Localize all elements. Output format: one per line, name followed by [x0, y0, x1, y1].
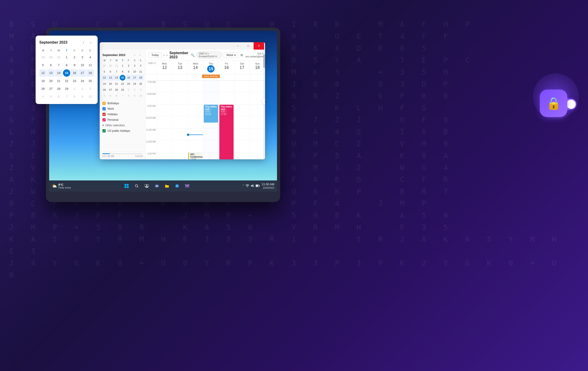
taskbar-right: ˄ [240, 182, 277, 190]
popup-month-title: September 2023 [39, 41, 68, 44]
next-week-button[interactable]: › [167, 52, 168, 58]
scrollbar[interactable] [263, 50, 265, 159]
mini-cal-prev[interactable]: ‹ [132, 52, 137, 57]
user-email: eric.norbert@proton.me [246, 55, 265, 58]
current-date: 15/09/2023 [262, 186, 274, 190]
svg-point-11 [175, 184, 179, 188]
wifi-icon[interactable] [246, 184, 249, 188]
mail-taskbar-icon[interactable] [183, 181, 192, 191]
mini-cal-title: September 2023 [103, 53, 126, 57]
popup-header: September 2023 ‹ › [39, 39, 94, 46]
storage-available: 6.0.0 B [135, 155, 143, 157]
files-taskbar-icon[interactable] [162, 181, 172, 191]
work-checkbox[interactable] [103, 107, 106, 110]
org-status-event-fri[interactable]: Org status upd... 9:00 – 17:00 [219, 105, 234, 159]
calendar-list: Birthdays Work [100, 99, 145, 151]
julias-birthday-event[interactable]: Julias Birthday [202, 75, 220, 78]
calendar-item-hobbies[interactable]: Hobbies [100, 112, 145, 117]
all-day-thu[interactable]: Julias Birthday [201, 74, 220, 80]
taskbar-center [74, 181, 240, 191]
day-header-tue[interactable]: Tue 13 [172, 61, 188, 74]
hci-conference-event[interactable]: HCI Conference 13:00 – 16:00 [188, 153, 203, 159]
window-titlebar: − □ ✕ [100, 42, 265, 50]
day-header-mon[interactable]: Mon 12 [157, 61, 172, 74]
svg-rect-2 [125, 186, 126, 188]
day-header-sun[interactable]: Sun 18 [250, 61, 265, 74]
start-button[interactable] [122, 181, 131, 191]
scroll-thumb[interactable] [263, 54, 265, 68]
close-button[interactable]: ✕ [253, 42, 264, 50]
weather-temperature: 8°C [58, 183, 71, 186]
us-holidays-label: US public holidays [107, 129, 130, 133]
battery-icon[interactable] [256, 184, 260, 188]
all-day-wed [187, 74, 201, 80]
maximize-button[interactable]: □ [243, 42, 253, 50]
svg-rect-5 [145, 184, 147, 186]
volume-icon[interactable] [251, 184, 254, 188]
weather-description: Partly sunny [58, 186, 71, 189]
all-day-sat [235, 74, 250, 80]
popup-prev-month[interactable]: ‹ [80, 39, 87, 46]
all-day-sun [250, 74, 265, 80]
mini-cal-days: 29 30 31 1 2 3 4 5 6 7 8 [102, 63, 144, 99]
calendar-item-us-holidays[interactable]: US public holidays [100, 128, 145, 134]
svg-rect-7 [145, 187, 148, 187]
all-day-fri [220, 74, 235, 80]
day-header-thu[interactable]: Thu 15 [203, 61, 219, 74]
day-header-wed[interactable]: Wed 14 [188, 61, 203, 74]
mini-cal-next[interactable]: › [137, 52, 143, 57]
org-status-event-thu[interactable]: Org status upd... 9:00 – 10:30 [204, 105, 218, 123]
taskbar-clock[interactable]: 11:00 AM 15/09/2023 [262, 182, 274, 190]
user-name: Eric Norbert [246, 52, 265, 55]
all-day-mon [157, 74, 172, 80]
taskbar-search-button[interactable] [132, 181, 141, 191]
today-button[interactable]: Today [148, 52, 162, 58]
calendar-item-birthdays[interactable]: Birthdays [100, 101, 145, 106]
svg-rect-15 [256, 185, 258, 187]
svg-rect-3 [127, 186, 129, 188]
taskbar: ⛅ 8°C Partly sunny [49, 180, 277, 191]
popup-days-grid: 29 30 31 1 2 3 4 5 6 7 8 9 10 11 12 13 1… [39, 53, 94, 100]
discord-taskbar-icon[interactable] [152, 181, 161, 191]
time-grid-inner: 7:00 AM 8:00 AM [146, 81, 265, 159]
popup-next-month[interactable]: › [87, 39, 94, 46]
calendar-item-work[interactable]: Work [100, 106, 145, 112]
calendar-item-personal[interactable]: Personal [100, 117, 145, 123]
svg-rect-1 [127, 184, 129, 186]
lock-icon-bg: 🔒 [540, 90, 567, 117]
edge-taskbar-icon[interactable] [172, 181, 182, 191]
all-day-row: Julias Birthday [146, 74, 265, 81]
svg-point-10 [157, 186, 158, 187]
other-calendars-label: Other calendars [105, 124, 125, 127]
birthdays-checkbox[interactable] [103, 102, 106, 105]
svg-point-8 [155, 185, 159, 187]
svg-point-13 [247, 187, 248, 187]
prev-week-button[interactable]: ‹ [164, 52, 165, 58]
minimize-button[interactable]: − [232, 42, 243, 50]
svg-rect-0 [125, 184, 126, 186]
view-selector[interactable]: Week ▾ [224, 52, 238, 58]
task-view-button[interactable] [142, 181, 151, 191]
personal-checkbox[interactable] [103, 118, 106, 122]
chevron-up-icon[interactable]: ˄ [242, 184, 244, 188]
day-header-fri[interactable]: Fri 16 [219, 61, 234, 74]
popup-nav: ‹ › [80, 39, 94, 46]
settings-button[interactable]: ⚙ [240, 52, 244, 58]
birthdays-label: Birthdays [107, 102, 119, 105]
calendar-month-title: September 2023 [169, 51, 188, 59]
search-button[interactable]: 🔍 [190, 52, 195, 58]
mini-calendar-popup: September 2023 ‹ › M T W T F S S 29 30 3… [36, 36, 98, 104]
mini-cal-grid: M T W T F S S 29 30 31 [100, 59, 145, 99]
svg-rect-6 [147, 184, 149, 186]
mini-cal-header: September 2023 ‹ › [100, 50, 145, 59]
timezone-header: GMT+2 [146, 61, 157, 74]
day-header-sat[interactable]: Sat 17 [234, 61, 250, 74]
time-grid[interactable]: 7:00 AM 8:00 AM [146, 81, 265, 159]
hobbies-checkbox[interactable] [103, 113, 106, 116]
us-holidays-checkbox[interactable] [103, 129, 106, 133]
current-time: 11:00 AM [262, 182, 274, 186]
storage-used: 5.5 / 30 GB [103, 155, 114, 157]
timezone-selector[interactable]: GMT+2 • Europe/Zurich ▾ [196, 51, 222, 59]
other-calendars-toggle[interactable]: ▾ Other calendars [100, 123, 145, 128]
toggle-arrow-icon: ▾ [103, 124, 104, 127]
